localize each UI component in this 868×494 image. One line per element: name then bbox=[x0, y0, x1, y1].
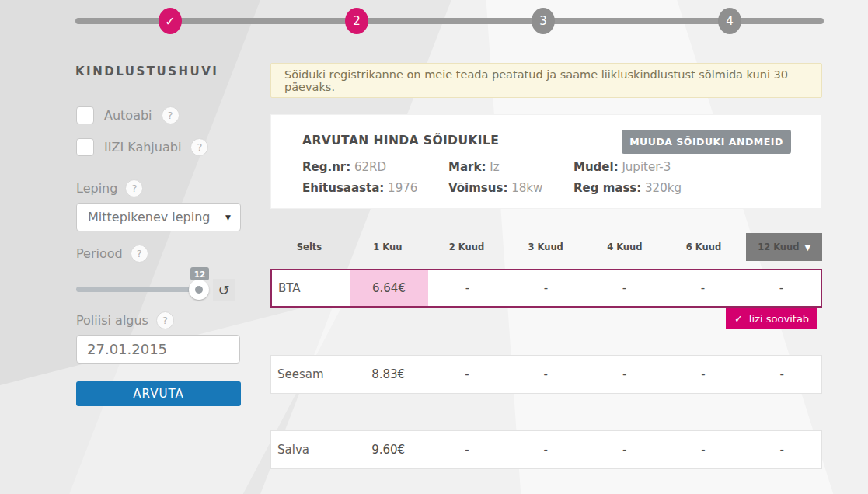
price-6kuud: - bbox=[664, 367, 742, 381]
field-label: Võimsus: bbox=[448, 181, 507, 195]
periood-slider-tooltip: 12 bbox=[190, 267, 209, 280]
col-header-selts: Selts bbox=[270, 242, 348, 252]
arvuta-button[interactable]: ARVUTA bbox=[76, 381, 241, 406]
stepper-step-3[interactable]: 3 bbox=[532, 8, 555, 34]
vehicle-card-title: ARVUTAN HINDA SÕIDUKILE bbox=[302, 134, 499, 148]
field-value: Iz bbox=[490, 160, 499, 174]
kahjuabi-checkbox[interactable] bbox=[76, 138, 94, 156]
insurer-name: Salva bbox=[271, 443, 349, 457]
check-icon: ✓ bbox=[165, 14, 175, 29]
field-label: Reg mass: bbox=[573, 181, 641, 195]
vehicle-ehitusaasta: Ehitusaasta: 1976 bbox=[302, 181, 417, 195]
table-row-bta[interactable]: BTA 6.64€ - - - - - bbox=[270, 269, 822, 308]
page: ✓ 2 3 4 KINDLUSTUSHUVI Autoabi ? IIZI Ka… bbox=[0, 0, 868, 494]
price-12kuud: - bbox=[742, 281, 821, 295]
price-1kuu[interactable]: 8.83€ bbox=[349, 367, 427, 381]
vehicle-info-card: ARVUTAN HINDA SÕIDUKILE MUUDA SÕIDUKI AN… bbox=[270, 114, 822, 209]
table-row-seesam[interactable]: Seesam 8.83€ - - - - - bbox=[270, 355, 822, 394]
field-value: 18kw bbox=[511, 181, 542, 195]
periood-slider-handle[interactable] bbox=[189, 280, 209, 300]
checkbox-row-autoabi: Autoabi ? bbox=[76, 106, 180, 124]
insurer-name: BTA bbox=[272, 281, 350, 295]
check-icon: ✓ bbox=[734, 313, 743, 325]
price-2kuud: - bbox=[427, 443, 506, 457]
reset-icon: ↺ bbox=[218, 282, 229, 298]
autoabi-label: Autoabi bbox=[104, 108, 152, 123]
stepper-track bbox=[75, 18, 824, 24]
help-icon[interactable]: ? bbox=[131, 245, 148, 263]
selected-period-label: 12 Kuud bbox=[758, 242, 799, 252]
price-1kuu-highlighted[interactable]: 6.64€ bbox=[350, 270, 428, 306]
field-value: 62RD bbox=[354, 160, 386, 174]
step-number: 3 bbox=[539, 14, 547, 28]
help-icon[interactable]: ? bbox=[125, 179, 143, 197]
leping-label: Leping bbox=[76, 181, 117, 196]
col-header-1kuu[interactable]: 1 Kuu bbox=[348, 242, 427, 252]
col-header-3kuud[interactable]: 3 Kuud bbox=[506, 242, 585, 252]
registration-notice-banner: Sõiduki registrikanne on meie teada peat… bbox=[270, 63, 822, 98]
price-2kuud: - bbox=[428, 281, 507, 295]
help-icon[interactable]: ? bbox=[190, 138, 208, 156]
col-header-2kuud[interactable]: 2 Kuud bbox=[427, 242, 507, 252]
sidebar-title: KINDLUSTUSHUVI bbox=[75, 64, 218, 78]
field-value: Jupiter-3 bbox=[622, 160, 671, 174]
price-6kuud: - bbox=[664, 281, 742, 295]
vehicle-mark: Mark: Iz bbox=[448, 160, 500, 174]
stepper-step-1-done[interactable]: ✓ bbox=[159, 8, 182, 34]
iizi-soovitab-badge: ✓ Iizi soovitab bbox=[726, 308, 817, 329]
autoabi-checkbox[interactable] bbox=[76, 106, 94, 124]
price-4kuud: - bbox=[585, 281, 664, 295]
col-header-6kuud[interactable]: 6 Kuud bbox=[664, 242, 744, 252]
price-3kuud: - bbox=[507, 367, 585, 381]
poliisi-algus-date-input[interactable] bbox=[76, 335, 240, 364]
stepper-step-2-active[interactable]: 2 bbox=[345, 8, 368, 34]
col-header-12kuud-selected[interactable]: 12 Kuud ▼ bbox=[746, 233, 822, 261]
periood-label-row: Periood ? bbox=[76, 245, 148, 263]
vehicle-voimsus: Võimsus: 18kw bbox=[448, 181, 542, 195]
field-value: 320kg bbox=[645, 181, 682, 195]
price-3kuud: - bbox=[507, 281, 585, 295]
leping-label-row: Leping ? bbox=[76, 179, 143, 197]
price-12kuud: - bbox=[743, 367, 821, 381]
price-6kuud: - bbox=[664, 443, 742, 457]
poliisi-algus-label: Poliisi algus bbox=[76, 313, 148, 328]
price-table-header: Selts 1 Kuu 2 Kuud 3 Kuud 4 Kuud 6 Kuud … bbox=[270, 233, 822, 261]
vehicle-regmass: Reg mass: 320kg bbox=[573, 181, 682, 195]
vehicle-regnr: Reg.nr: 62RD bbox=[302, 160, 386, 174]
step-number: 2 bbox=[353, 14, 361, 28]
stepper-step-4[interactable]: 4 bbox=[718, 8, 741, 34]
insurer-name: Seesam bbox=[271, 367, 349, 381]
help-icon[interactable]: ? bbox=[162, 106, 180, 124]
poliisi-label-row: Poliisi algus ? bbox=[76, 311, 174, 329]
slider-handle-dot bbox=[195, 286, 203, 294]
field-value: 1976 bbox=[388, 181, 417, 195]
price-1kuu[interactable]: 9.60€ bbox=[349, 443, 427, 457]
badge-label: Iizi soovitab bbox=[749, 313, 809, 325]
price-12kuud: - bbox=[743, 443, 821, 457]
field-label: Mark: bbox=[448, 160, 486, 174]
edit-vehicle-button[interactable]: MUUDA SÕIDUKI ANDMEID bbox=[622, 130, 791, 154]
leping-selected-value: Mittepikenev leping bbox=[88, 210, 225, 224]
price-4kuud: - bbox=[585, 367, 664, 381]
periood-label: Periood bbox=[76, 246, 123, 261]
price-4kuud: - bbox=[585, 443, 664, 457]
field-label: Mudel: bbox=[573, 160, 619, 174]
periood-reset-button[interactable]: ↺ bbox=[213, 279, 235, 301]
help-icon[interactable]: ? bbox=[156, 311, 174, 329]
leping-select[interactable]: Mittepikenev leping ▼ bbox=[76, 203, 241, 231]
vehicle-mudel: Mudel: Jupiter-3 bbox=[573, 160, 671, 174]
caret-down-icon: ▼ bbox=[804, 243, 810, 252]
checkbox-row-kahjuabi: IIZI Kahjuabi ? bbox=[76, 138, 208, 156]
price-2kuud: - bbox=[427, 367, 506, 381]
table-row-salva[interactable]: Salva 9.60€ - - - - - bbox=[270, 430, 822, 469]
price-3kuud: - bbox=[507, 443, 585, 457]
caret-down-icon: ▼ bbox=[225, 214, 231, 221]
field-label: Reg.nr: bbox=[302, 160, 350, 174]
col-header-4kuud[interactable]: 4 Kuud bbox=[585, 242, 664, 252]
kahjuabi-label: IIZI Kahjuabi bbox=[104, 140, 181, 155]
field-label: Ehitusaasta: bbox=[302, 181, 384, 195]
step-number: 4 bbox=[726, 14, 734, 28]
